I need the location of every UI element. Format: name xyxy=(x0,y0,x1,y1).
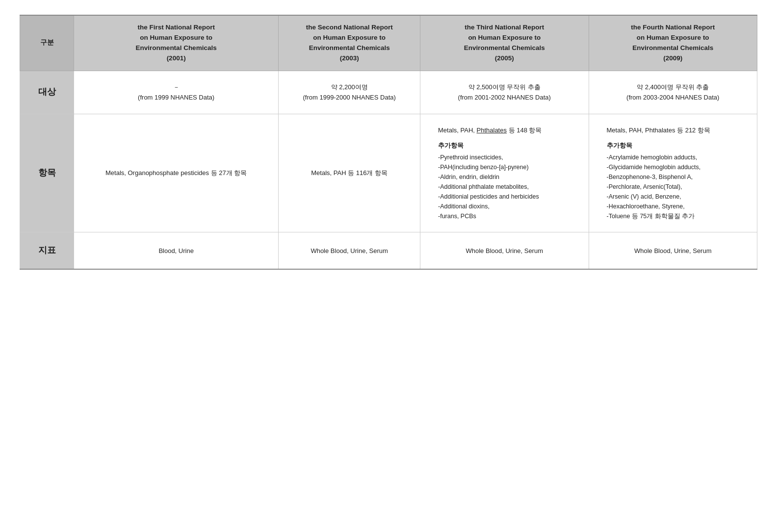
row-jipyo: 지표 Blood, Urine Whole Blood, Urine, Seru… xyxy=(20,232,757,269)
jipyo-first-content: Blood, Urine xyxy=(82,246,270,256)
label-daesang: 대상 xyxy=(20,71,74,114)
jipyo-second-content: Whole Blood, Urine, Serum xyxy=(286,246,412,256)
hangmok-third-content: Metals, PAH, Phthalates 등 148 항목 추가항목 -P… xyxy=(428,125,580,222)
cell-hangmok-fourth: Metals, PAH, Phthalates 등 212 항목 추가항목 -A… xyxy=(589,114,757,232)
header-category: 구분 xyxy=(20,15,74,71)
page-wrapper: 구분 the First National Report on Human Ex… xyxy=(0,0,777,532)
cell-jipyo-third: Whole Blood, Urine, Serum xyxy=(420,232,589,269)
cell-daesang-first: － (from 1999 NHANES Data) xyxy=(74,71,279,114)
cell-daesang-fourth: 약 2,400여명 무작위 추출 (from 2003-2004 NHANES … xyxy=(589,71,757,114)
label-hangmok: 항목 xyxy=(20,114,74,232)
row-hangmok: 항목 Metals, Organophosphate pesticides 등 … xyxy=(20,114,757,232)
jipyo-fourth-content: Whole Blood, Urine, Serum xyxy=(597,246,750,256)
hangmok-first-content: Metals, Organophosphate pesticides 등 27개… xyxy=(82,168,270,178)
cell-hangmok-second: Metals, PAH 등 116개 항목 xyxy=(279,114,420,232)
daesang-third-content: 약 2,500여명 무작위 추출 (from 2001-2002 NHANES … xyxy=(428,82,580,103)
hangmok-second-content: Metals, PAH 등 116개 항목 xyxy=(286,168,412,178)
cell-hangmok-third: Metals, PAH, Phthalates 등 148 항목 추가항목 -P… xyxy=(420,114,589,232)
cell-jipyo-fourth: Whole Blood, Urine, Serum xyxy=(589,232,757,269)
daesang-fourth-content: 약 2,400여명 무작위 추출 (from 2003-2004 NHANES … xyxy=(597,82,750,103)
jipyo-third-content: Whole Blood, Urine, Serum xyxy=(428,246,580,256)
header-first: the First National Report on Human Expos… xyxy=(74,15,279,71)
cell-daesang-second: 약 2,200여명 (from 1999-2000 NHANES Data) xyxy=(279,71,420,114)
daesang-first-content: － (from 1999 NHANES Data) xyxy=(82,82,270,103)
cell-jipyo-first: Blood, Urine xyxy=(74,232,279,269)
cell-daesang-third: 약 2,500여명 무작위 추출 (from 2001-2002 NHANES … xyxy=(420,71,589,114)
hangmok-fourth-content: Metals, PAH, Phthalates 등 212 항목 추가항목 -A… xyxy=(597,125,750,222)
header-second: the Second National Report on Human Expo… xyxy=(279,15,420,71)
header-third: the Third National Report on Human Expos… xyxy=(420,15,589,71)
row-daesang: 대상 － (from 1999 NHANES Data) 약 2,200여명 (… xyxy=(20,71,757,114)
comparison-table: 구분 the First National Report on Human Ex… xyxy=(20,15,757,270)
daesang-second-content: 약 2,200여명 (from 1999-2000 NHANES Data) xyxy=(286,82,412,103)
cell-jipyo-second: Whole Blood, Urine, Serum xyxy=(279,232,420,269)
header-fourth: the Fourth National Report on Human Expo… xyxy=(589,15,757,71)
header-row: 구분 the First National Report on Human Ex… xyxy=(20,15,757,71)
cell-hangmok-first: Metals, Organophosphate pesticides 등 27개… xyxy=(74,114,279,232)
label-jipyo: 지표 xyxy=(20,232,74,269)
